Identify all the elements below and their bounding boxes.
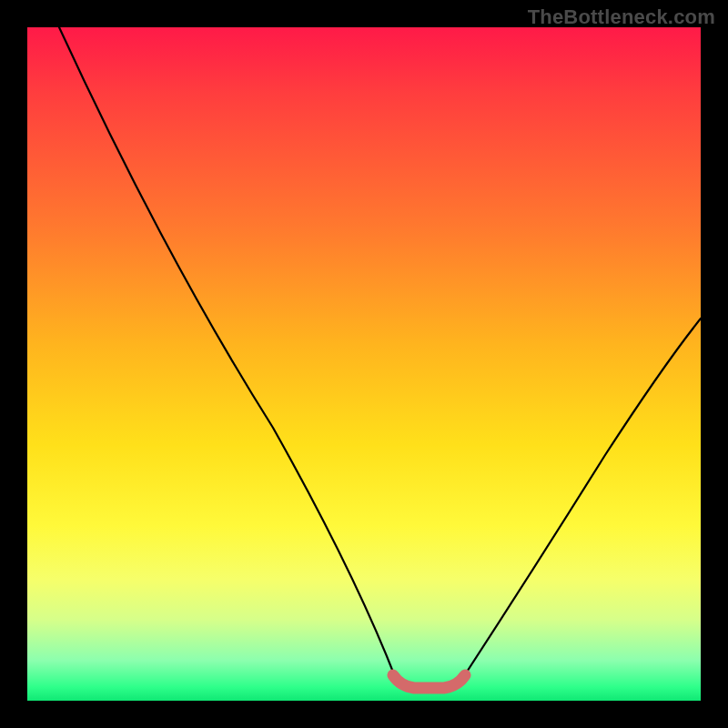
plot-area	[27, 27, 701, 701]
chart-frame: TheBottleneck.com	[0, 0, 728, 728]
curve-layer	[27, 27, 701, 701]
right-curve	[462, 318, 701, 679]
left-curve	[59, 27, 396, 679]
bottom-segment	[393, 675, 465, 688]
watermark-label: TheBottleneck.com	[528, 5, 715, 29]
